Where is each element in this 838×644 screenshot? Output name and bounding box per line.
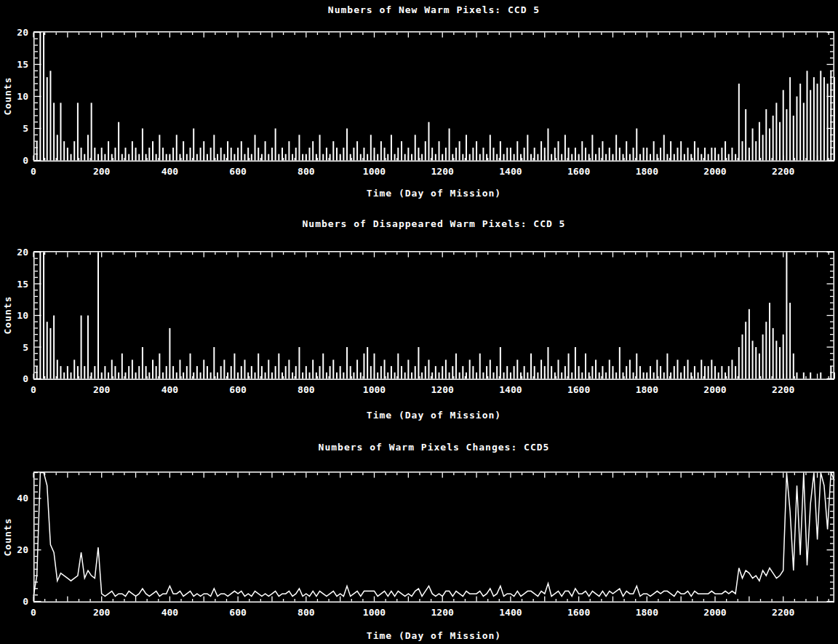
x-tick-label: 1400	[499, 166, 522, 177]
y-tick-label: 20	[17, 544, 28, 555]
axis-ticks	[33, 33, 838, 161]
x-tick-label: 2200	[772, 166, 794, 177]
x-tick-label: 1400	[499, 607, 522, 618]
y-tick-label: 20	[17, 247, 28, 258]
x-tick-label: 600	[229, 384, 247, 395]
x-tick-label: 600	[229, 166, 247, 177]
x-tick-label: 200	[93, 607, 111, 618]
x-tick-label: 2200	[772, 607, 794, 618]
y-tick-label: 5	[23, 342, 28, 353]
y-tick-label: 0	[23, 373, 28, 384]
panel1-title: Numbers of New Warm Pixels: CCD 5	[33, 4, 834, 15]
x-tick-label: 200	[93, 166, 111, 177]
x-tick-label: 2000	[703, 384, 726, 395]
x-tick-label: 2000	[703, 607, 726, 618]
x-tick-label: 0	[31, 384, 36, 395]
panel3-title: Numbers of Warm Pixels Changes: CCD5	[33, 442, 834, 453]
panel3-x-axis-title: Time (Day of Mission)	[33, 630, 834, 641]
bar-series	[37, 253, 834, 379]
y-tick-label: 15	[17, 59, 28, 70]
bar-series	[37, 33, 834, 161]
x-tick-label: 200	[93, 384, 111, 395]
x-tick-label: 1000	[363, 607, 386, 618]
x-tick-label: 1200	[431, 607, 454, 618]
x-tick-label: 0	[31, 607, 36, 618]
x-tick-label: 2000	[703, 166, 726, 177]
x-tick-label: 800	[298, 384, 315, 395]
x-tick-label: 1400	[499, 384, 522, 395]
x-tick-label: 400	[161, 384, 179, 395]
y-tick-label: 5	[23, 123, 28, 134]
axis-ticks	[33, 473, 838, 602]
x-tick-label: 0	[31, 166, 36, 177]
y-tick-label: 20	[17, 27, 28, 38]
x-tick-label: 400	[161, 607, 179, 618]
x-tick-label: 800	[298, 166, 315, 177]
plot-frame	[34, 32, 834, 162]
plot-frame	[34, 472, 834, 603]
panel1-x-axis-title: Time (Day of Mission)	[33, 188, 834, 199]
x-tick-label: 2200	[772, 384, 794, 395]
disappeared-warm-pixels-chart: 0200400600800100012001400160018002000220…	[0, 251, 838, 380]
x-tick-label: 1600	[567, 607, 590, 618]
x-tick-label: 1800	[636, 166, 658, 177]
x-tick-label: 1800	[636, 384, 658, 395]
panel2-title: Numbers of Disappeared Warm Pixels: CCD …	[33, 218, 834, 229]
y-tick-label: 10	[17, 91, 28, 102]
y-tick-label: 10	[17, 310, 28, 321]
y-tick-label: 0	[23, 596, 28, 607]
y-tick-label: 40	[17, 493, 28, 504]
x-tick-label: 600	[229, 607, 247, 618]
x-tick-label: 1000	[363, 166, 386, 177]
x-tick-label: 1600	[567, 166, 590, 177]
axis-ticks	[33, 253, 838, 379]
line-series	[33, 473, 834, 597]
panel2-x-axis-title: Time (Day of Mission)	[33, 410, 834, 421]
x-tick-label: 400	[161, 166, 179, 177]
new-warm-pixels-chart: 0200400600800100012001400160018002000220…	[0, 31, 838, 162]
x-tick-label: 1000	[363, 384, 386, 395]
x-tick-label: 1200	[431, 384, 454, 395]
x-tick-label: 1200	[431, 166, 454, 177]
y-tick-label: 15	[17, 279, 28, 290]
x-tick-label: 1800	[636, 607, 658, 618]
plot-frame	[34, 252, 834, 380]
x-tick-label: 800	[298, 607, 315, 618]
plot-page: Numbers of New Warm Pixels: CCD 5 Counts…	[0, 0, 838, 644]
y-tick-label: 0	[23, 155, 28, 166]
x-tick-label: 1600	[567, 384, 590, 395]
warm-pixels-changes-chart: 0200400600800100012001400160018002000220…	[0, 472, 838, 603]
